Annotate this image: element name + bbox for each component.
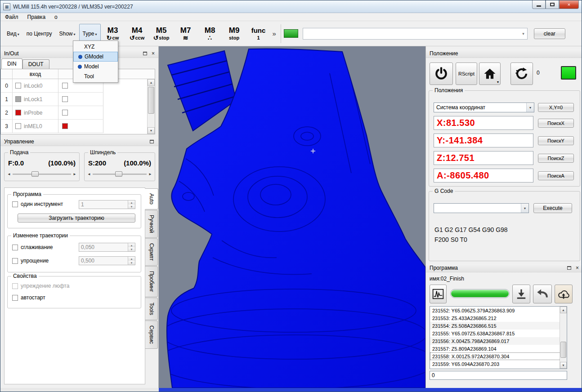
table-row[interactable]: 3 inMEL0: [1, 120, 155, 133]
gcode-line[interactable]: 231556: X.004Z5.798A236869.017: [430, 337, 567, 345]
simplify-checkbox[interactable]: упрощение: [12, 258, 49, 264]
view-menu-button[interactable]: Вид▾: [3, 24, 23, 44]
spin-down-icon[interactable]: ▼: [128, 247, 135, 251]
input-state-checkbox[interactable]: [62, 96, 68, 102]
close-button[interactable]: ×: [559, 0, 579, 9]
tab-probing[interactable]: Пробинг: [145, 266, 158, 297]
gcode-line[interactable]: 231559: Y65.094A236870.203: [430, 360, 567, 368]
input-state-checkbox[interactable]: [62, 123, 68, 129]
spin-down-icon[interactable]: ▼: [128, 205, 135, 209]
float-panel-icon[interactable]: [143, 52, 147, 55]
m9-coolant-stop-button[interactable]: M9 stop: [222, 23, 246, 44]
power-button[interactable]: [430, 62, 453, 85]
search-x-button[interactable]: ПоискX: [538, 119, 574, 128]
smoothing-input[interactable]: [79, 243, 128, 251]
spin-up-icon[interactable]: ▲: [128, 243, 135, 247]
table-row[interactable]: 1 inLock1: [1, 93, 155, 106]
tab-script[interactable]: Скрипт: [145, 238, 158, 266]
slider-left-icon[interactable]: ◄: [87, 172, 91, 176]
m7-air-button[interactable]: M7 ≋: [174, 23, 198, 44]
type-menu-item-gmodel[interactable]: GModel: [73, 52, 118, 62]
spin-up-icon[interactable]: ▲: [128, 200, 135, 205]
slider-right-icon[interactable]: ►: [73, 172, 76, 176]
slider-left-icon[interactable]: ◄: [7, 172, 11, 176]
rewind-button[interactable]: [533, 285, 552, 303]
toolbar-overflow-chevron[interactable]: »: [271, 30, 278, 37]
rscript-button[interactable]: RScript: [456, 62, 477, 85]
input-state-checkbox[interactable]: [15, 83, 21, 89]
autostart-checkbox[interactable]: автостарт: [12, 294, 45, 301]
spindle-slider[interactable]: ◄ ►: [87, 171, 152, 177]
simplify-input[interactable]: [79, 257, 128, 265]
rotate-axis-button[interactable]: [510, 62, 533, 85]
tab-dout[interactable]: DOUT: [22, 59, 49, 69]
smoothing-spinner[interactable]: ▲▼: [79, 243, 135, 252]
maximize-button[interactable]: [546, 0, 559, 9]
load-trajectory-button[interactable]: Загрузить траекторию: [18, 214, 135, 223]
single-tool-spinner[interactable]: ▲▼: [79, 200, 135, 209]
type-menu-item-xyz[interactable]: XYZ: [73, 42, 118, 52]
download-program-button[interactable]: [512, 285, 530, 303]
list-scrollbar[interactable]: ▲ ▼: [560, 307, 567, 369]
minimize-button[interactable]: [532, 0, 546, 9]
gcode-line[interactable]: 231554: Z5.508A236866.515: [430, 322, 567, 330]
search-y-button[interactable]: ПоискY: [538, 136, 574, 145]
input-state-checkbox[interactable]: [15, 110, 21, 116]
m5-spindle-stop-button[interactable]: M5 ↺stop: [149, 23, 174, 44]
gcode-combobox[interactable]: ▾: [434, 203, 529, 213]
func1-button[interactable]: func 1: [246, 23, 271, 44]
gcode-line[interactable]: 231557: Z5.809A236869.104: [430, 345, 567, 352]
menu-edit[interactable]: Правка: [23, 13, 50, 21]
slider-handle[interactable]: [31, 171, 39, 177]
float-panel-icon[interactable]: [567, 266, 571, 270]
clear-button[interactable]: clear: [534, 28, 565, 39]
gcode-line-list[interactable]: 231552: Y65.096Z5.379A236863.909 231553:…: [430, 306, 567, 369]
smoothing-checkbox[interactable]: сглаживание: [12, 244, 53, 250]
tab-din[interactable]: DIN: [1, 58, 22, 69]
scroll-down-icon[interactable]: ▼: [148, 127, 155, 134]
input-state-checkbox[interactable]: [15, 96, 21, 102]
single-tool-input[interactable]: [79, 200, 128, 209]
xy-zero-button[interactable]: X,Y=0: [538, 103, 574, 112]
spin-up-icon[interactable]: ▲: [128, 257, 135, 261]
tab-manual[interactable]: Ручной: [145, 210, 158, 238]
m4-spindle-ccw-button[interactable]: M4 ↺ccw: [125, 23, 149, 44]
coord-system-combobox[interactable]: Система координат ▾: [434, 102, 534, 112]
gcode-line[interactable]: 231555: Y65.097Z5.638A236867.815: [430, 330, 567, 337]
gcode-line[interactable]: 231552: Y65.096Z5.379A236863.909: [430, 307, 567, 314]
table-row[interactable]: 2 inProbe: [1, 106, 155, 120]
execute-button[interactable]: Execute: [533, 203, 572, 213]
menu-file[interactable]: Файл: [0, 13, 23, 21]
close-panel-icon[interactable]: ×: [576, 266, 579, 270]
tab-service[interactable]: Сервис: [145, 321, 158, 349]
slider-handle[interactable]: [115, 171, 122, 177]
spin-down-icon[interactable]: ▼: [128, 261, 135, 265]
scroll-down-icon[interactable]: ▼: [560, 362, 567, 369]
search-z-button[interactable]: ПоискZ: [538, 154, 574, 163]
trajectory-view-button[interactable]: [430, 285, 447, 303]
input-state-checkbox[interactable]: [62, 83, 68, 89]
scroll-up-icon[interactable]: ▲: [560, 307, 567, 313]
type-menu-item-model[interactable]: Model: [73, 62, 118, 71]
tab-auto[interactable]: Auto: [145, 188, 158, 209]
center-button[interactable]: по Центру: [23, 24, 56, 44]
backlash-checkbox[interactable]: упреждение люфта: [12, 283, 69, 289]
float-panel-icon[interactable]: [150, 140, 154, 143]
tab-tools[interactable]: Tools: [145, 298, 158, 320]
scrollbar-thumb[interactable]: [148, 87, 154, 114]
menu-about[interactable]: о: [50, 13, 62, 21]
single-tool-checkbox[interactable]: один инструмент: [12, 201, 63, 207]
feed-slider[interactable]: ◄ ►: [7, 171, 76, 177]
table-scrollbar[interactable]: ▲ ▼: [147, 79, 155, 134]
type-menu-item-tool[interactable]: Tool: [73, 71, 118, 81]
goto-line-input[interactable]: [430, 371, 567, 380]
input-state-checkbox[interactable]: [15, 123, 21, 129]
search-a-button[interactable]: ПоискA: [538, 171, 574, 180]
simplify-spinner[interactable]: ▲▼: [79, 256, 135, 265]
input-state-checkbox[interactable]: [62, 110, 68, 116]
upload-program-button[interactable]: [555, 285, 573, 303]
close-panel-icon[interactable]: ×: [152, 51, 155, 56]
scroll-up-icon[interactable]: ▲: [148, 79, 155, 86]
scrollbar-thumb[interactable]: [560, 342, 566, 358]
home-button[interactable]: ▾: [479, 62, 501, 85]
